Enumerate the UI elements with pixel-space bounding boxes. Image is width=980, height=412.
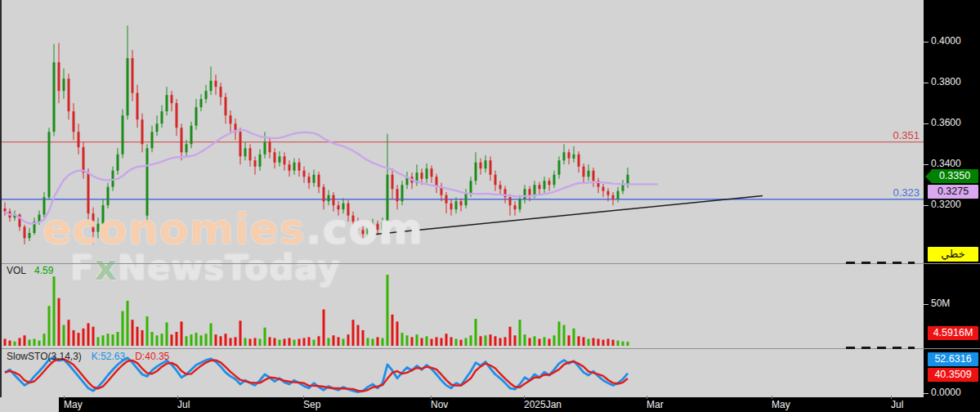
sto-label: SlowSTO(3,14,3) [7,351,82,362]
volume-indicator-header: VOL4.59 [7,265,53,276]
x-axis-month-label: 2025Jan [524,399,562,410]
sto-k-value-badge: 52.6316 [928,352,978,366]
sto-d-value: D:40.35 [135,351,169,362]
x-axis-month-label: May [772,399,790,410]
volume-current-value: 4.59 [34,265,53,276]
x-axis-month-label: Mar [647,399,664,410]
volume-label: VOL [7,265,26,276]
volume-layer [4,275,629,346]
panel-separator-sto[interactable] [0,348,980,349]
x-axis-month-label: May [64,399,83,410]
support-level-label: 0.323 [821,186,920,199]
x-axis-month-label: Jul [891,399,903,410]
separator-drag-handle[interactable] [846,262,915,264]
sto-k-line [5,357,628,392]
current-price-badge: 0.3350 [931,169,978,183]
sto-d-value-badge: 40.3509 [928,368,978,382]
scale-type-badge[interactable]: خطي [928,247,978,262]
time-axis-band [59,397,980,412]
resistance-level-label: 0.351 [821,129,920,141]
trading-chart-window: economies.com FxNewsToday VOL4.59 SlowST… [0,0,980,412]
volume-value-badge: 4.5916M [928,326,978,340]
sto-indicator-header: SlowSTO(3,14,3)K:52.63D:40.35 [7,351,169,362]
trendline[interactable] [368,196,763,235]
chart-canvas[interactable] [0,0,925,396]
time-axis[interactable]: MayJulSepNov2025JanMarMayJul [0,396,980,412]
panel-separator-volume[interactable] [0,263,980,264]
x-axis-month-label: Jul [177,399,190,410]
chart-left-border [0,0,2,397]
ma-value-badge: 0.3275 [928,185,978,199]
price-axis[interactable]: 0.40000.38000.36000.34000.320050M0.0000 … [924,0,980,412]
sto-k-value: K:52.63 [92,351,125,362]
separator-drag-handle[interactable] [846,347,915,349]
x-axis-month-label: Sep [303,399,320,410]
x-axis-month-label: Nov [431,399,448,410]
